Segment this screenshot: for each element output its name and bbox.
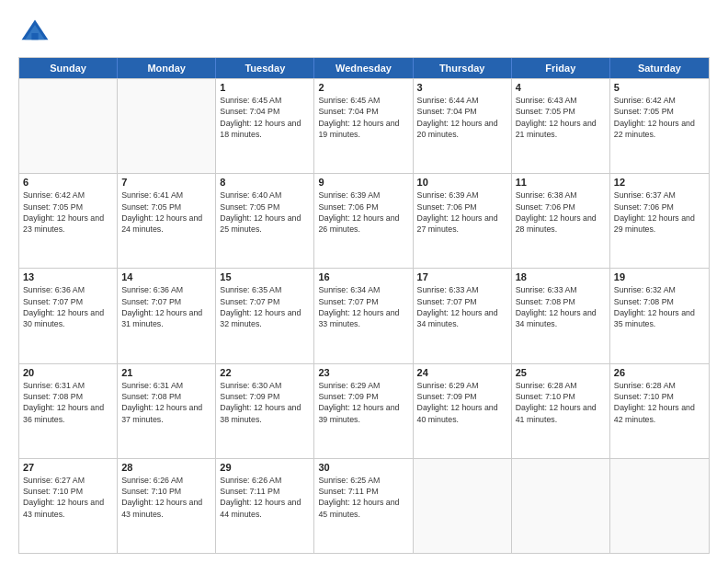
cell-info: Sunrise: 6:34 AMSunset: 7:07 PMDaylight:… <box>318 284 408 329</box>
calendar-cell: 26Sunrise: 6:28 AMSunset: 7:10 PMDayligh… <box>610 364 709 458</box>
cell-info: Sunrise: 6:40 AMSunset: 7:05 PMDaylight:… <box>220 190 310 235</box>
cell-info: Sunrise: 6:39 AMSunset: 7:06 PMDaylight:… <box>417 190 507 235</box>
header-day-saturday: Saturday <box>610 58 709 78</box>
cell-day-number: 5 <box>614 82 705 93</box>
cell-day-number: 18 <box>516 271 606 282</box>
cell-day-number: 10 <box>417 177 507 188</box>
cell-day-number: 7 <box>121 177 211 188</box>
header <box>18 17 710 50</box>
cell-day-number: 26 <box>614 367 705 378</box>
header-day-tuesday: Tuesday <box>216 58 314 78</box>
cell-day-number: 25 <box>516 367 606 378</box>
cell-info: Sunrise: 6:25 AMSunset: 7:11 PMDaylight:… <box>318 475 408 520</box>
calendar-cell: 9Sunrise: 6:39 AMSunset: 7:06 PMDaylight… <box>314 174 413 268</box>
calendar-cell: 7Sunrise: 6:41 AMSunset: 7:05 PMDaylight… <box>118 174 216 268</box>
cell-day-number: 28 <box>121 462 211 473</box>
calendar-cell <box>19 79 118 173</box>
cell-info: Sunrise: 6:28 AMSunset: 7:10 PMDaylight:… <box>516 380 606 425</box>
svg-rect-2 <box>31 33 38 40</box>
cell-day-number: 17 <box>417 271 507 282</box>
calendar-cell <box>610 459 709 553</box>
calendar-cell: 6Sunrise: 6:42 AMSunset: 7:05 PMDaylight… <box>19 174 118 268</box>
cell-day-number: 23 <box>318 367 408 378</box>
cell-info: Sunrise: 6:33 AMSunset: 7:07 PMDaylight:… <box>417 284 507 329</box>
cell-info: Sunrise: 6:38 AMSunset: 7:06 PMDaylight:… <box>516 190 606 235</box>
calendar-cell: 29Sunrise: 6:26 AMSunset: 7:11 PMDayligh… <box>216 459 314 553</box>
cell-info: Sunrise: 6:42 AMSunset: 7:05 PMDaylight:… <box>23 190 113 235</box>
calendar-cell: 14Sunrise: 6:36 AMSunset: 7:07 PMDayligh… <box>118 269 216 362</box>
cell-info: Sunrise: 6:39 AMSunset: 7:06 PMDaylight:… <box>318 190 408 235</box>
cell-day-number: 2 <box>318 82 408 93</box>
calendar-cell: 5Sunrise: 6:42 AMSunset: 7:05 PMDaylight… <box>610 79 709 173</box>
cell-info: Sunrise: 6:45 AMSunset: 7:04 PMDaylight:… <box>318 95 408 140</box>
cell-info: Sunrise: 6:30 AMSunset: 7:09 PMDaylight:… <box>220 380 310 425</box>
cell-day-number: 13 <box>23 271 113 282</box>
cell-day-number: 19 <box>614 271 705 282</box>
calendar-cell: 17Sunrise: 6:33 AMSunset: 7:07 PMDayligh… <box>414 269 512 362</box>
calendar-cell <box>118 79 216 173</box>
calendar-cell: 8Sunrise: 6:40 AMSunset: 7:05 PMDaylight… <box>216 174 314 268</box>
cell-day-number: 3 <box>417 82 507 93</box>
calendar-cell: 22Sunrise: 6:30 AMSunset: 7:09 PMDayligh… <box>216 364 314 458</box>
cell-info: Sunrise: 6:45 AMSunset: 7:04 PMDaylight:… <box>220 95 310 140</box>
cell-info: Sunrise: 6:44 AMSunset: 7:04 PMDaylight:… <box>417 95 507 140</box>
calendar-cell: 15Sunrise: 6:35 AMSunset: 7:07 PMDayligh… <box>216 269 314 362</box>
cell-day-number: 27 <box>23 462 113 473</box>
calendar-cell: 27Sunrise: 6:27 AMSunset: 7:10 PMDayligh… <box>19 459 118 553</box>
cell-info: Sunrise: 6:27 AMSunset: 7:10 PMDaylight:… <box>23 475 113 520</box>
calendar-row-1: 1Sunrise: 6:45 AMSunset: 7:04 PMDaylight… <box>19 78 709 173</box>
calendar-cell: 21Sunrise: 6:31 AMSunset: 7:08 PMDayligh… <box>118 364 216 458</box>
header-day-monday: Monday <box>118 58 216 78</box>
cell-day-number: 1 <box>220 82 310 93</box>
cell-day-number: 15 <box>220 271 310 282</box>
calendar-cell: 16Sunrise: 6:34 AMSunset: 7:07 PMDayligh… <box>314 269 413 362</box>
calendar-row-2: 6Sunrise: 6:42 AMSunset: 7:05 PMDaylight… <box>19 173 709 268</box>
cell-day-number: 6 <box>23 177 113 188</box>
page: SundayMondayTuesdayWednesdayThursdayFrid… <box>0 0 728 563</box>
calendar-row-3: 13Sunrise: 6:36 AMSunset: 7:07 PMDayligh… <box>19 268 709 362</box>
calendar-cell: 23Sunrise: 6:29 AMSunset: 7:09 PMDayligh… <box>314 364 413 458</box>
cell-info: Sunrise: 6:41 AMSunset: 7:05 PMDaylight:… <box>121 190 211 235</box>
calendar-cell: 13Sunrise: 6:36 AMSunset: 7:07 PMDayligh… <box>19 269 118 362</box>
cell-day-number: 16 <box>318 271 408 282</box>
calendar-row-4: 20Sunrise: 6:31 AMSunset: 7:08 PMDayligh… <box>19 363 709 458</box>
cell-info: Sunrise: 6:29 AMSunset: 7:09 PMDaylight:… <box>417 380 507 425</box>
header-day-friday: Friday <box>512 58 610 78</box>
calendar-cell: 19Sunrise: 6:32 AMSunset: 7:08 PMDayligh… <box>610 269 709 362</box>
calendar-cell: 18Sunrise: 6:33 AMSunset: 7:08 PMDayligh… <box>512 269 610 362</box>
cell-info: Sunrise: 6:31 AMSunset: 7:08 PMDaylight:… <box>23 380 113 425</box>
calendar: SundayMondayTuesdayWednesdayThursdayFrid… <box>18 57 710 554</box>
calendar-cell: 12Sunrise: 6:37 AMSunset: 7:06 PMDayligh… <box>610 174 709 268</box>
header-day-thursday: Thursday <box>414 58 512 78</box>
calendar-cell: 10Sunrise: 6:39 AMSunset: 7:06 PMDayligh… <box>414 174 512 268</box>
logo <box>18 17 55 50</box>
calendar-cell: 20Sunrise: 6:31 AMSunset: 7:08 PMDayligh… <box>19 364 118 458</box>
calendar-cell: 1Sunrise: 6:45 AMSunset: 7:04 PMDaylight… <box>216 79 314 173</box>
calendar-cell <box>414 459 512 553</box>
cell-info: Sunrise: 6:43 AMSunset: 7:05 PMDaylight:… <box>516 95 606 140</box>
calendar-cell: 25Sunrise: 6:28 AMSunset: 7:10 PMDayligh… <box>512 364 610 458</box>
calendar-cell <box>512 459 610 553</box>
cell-info: Sunrise: 6:36 AMSunset: 7:07 PMDaylight:… <box>23 284 113 329</box>
cell-day-number: 11 <box>516 177 606 188</box>
calendar-cell: 24Sunrise: 6:29 AMSunset: 7:09 PMDayligh… <box>414 364 512 458</box>
cell-info: Sunrise: 6:29 AMSunset: 7:09 PMDaylight:… <box>318 380 408 425</box>
cell-day-number: 20 <box>23 367 113 378</box>
cell-day-number: 24 <box>417 367 507 378</box>
cell-info: Sunrise: 6:37 AMSunset: 7:06 PMDaylight:… <box>614 190 705 235</box>
cell-day-number: 14 <box>121 271 211 282</box>
cell-info: Sunrise: 6:26 AMSunset: 7:10 PMDaylight:… <box>121 475 211 520</box>
cell-info: Sunrise: 6:36 AMSunset: 7:07 PMDaylight:… <box>121 284 211 329</box>
calendar-cell: 3Sunrise: 6:44 AMSunset: 7:04 PMDaylight… <box>414 79 512 173</box>
cell-day-number: 21 <box>121 367 211 378</box>
calendar-cell: 28Sunrise: 6:26 AMSunset: 7:10 PMDayligh… <box>118 459 216 553</box>
cell-day-number: 8 <box>220 177 310 188</box>
logo-icon <box>18 17 51 50</box>
cell-info: Sunrise: 6:28 AMSunset: 7:10 PMDaylight:… <box>614 380 705 425</box>
calendar-cell: 2Sunrise: 6:45 AMSunset: 7:04 PMDaylight… <box>314 79 413 173</box>
cell-day-number: 22 <box>220 367 310 378</box>
cell-info: Sunrise: 6:31 AMSunset: 7:08 PMDaylight:… <box>121 380 211 425</box>
header-day-sunday: Sunday <box>19 58 118 78</box>
cell-day-number: 9 <box>318 177 408 188</box>
cell-info: Sunrise: 6:26 AMSunset: 7:11 PMDaylight:… <box>220 475 310 520</box>
